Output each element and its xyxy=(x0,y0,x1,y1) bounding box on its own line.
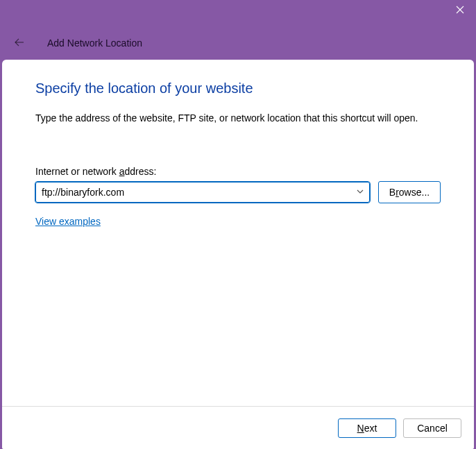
footer-bar: Next Cancel xyxy=(2,406,474,449)
address-row: Browse... xyxy=(35,181,441,203)
address-label: Internet or network address: xyxy=(35,166,441,177)
page-description: Type the address of the website, FTP sit… xyxy=(35,112,441,126)
content-area: Specify the location of your website Typ… xyxy=(2,60,474,406)
browse-button[interactable]: Browse... xyxy=(378,181,441,203)
view-examples-link[interactable]: View examples xyxy=(35,216,101,227)
cancel-button[interactable]: Cancel xyxy=(403,418,461,438)
wizard-panel: Specify the location of your website Typ… xyxy=(2,60,474,449)
close-icon xyxy=(456,5,464,16)
wizard-header: Add Network Location xyxy=(0,26,476,60)
titlebar xyxy=(0,0,476,26)
address-input[interactable] xyxy=(35,182,370,203)
address-combo[interactable] xyxy=(35,182,370,203)
page-heading: Specify the location of your website xyxy=(35,81,441,96)
close-button[interactable] xyxy=(444,0,476,21)
wizard-title: Add Network Location xyxy=(47,37,142,49)
next-button[interactable]: Next xyxy=(338,418,396,438)
back-arrow-icon xyxy=(14,37,25,50)
back-button xyxy=(7,31,32,56)
